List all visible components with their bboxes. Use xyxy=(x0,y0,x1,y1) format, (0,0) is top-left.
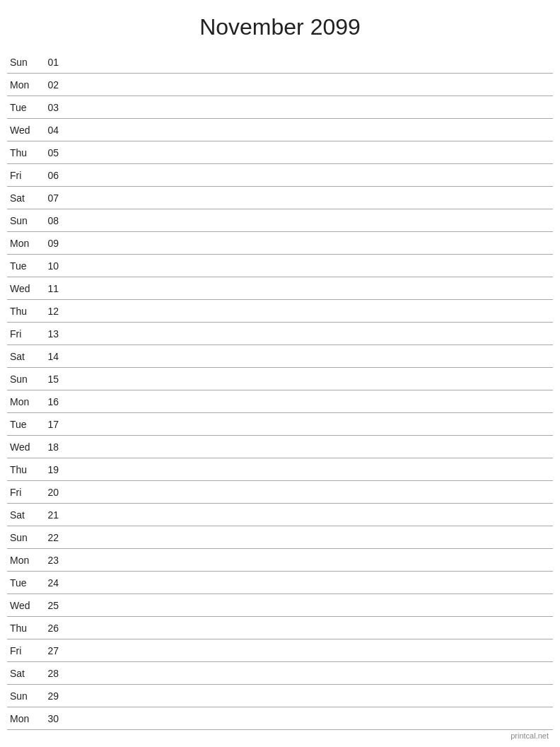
day-number: 06 xyxy=(39,170,59,181)
day-number: 03 xyxy=(39,102,59,113)
day-row: Sat28 xyxy=(7,662,553,685)
day-name: Thu xyxy=(7,464,39,475)
day-number: 04 xyxy=(39,124,59,136)
day-writing-line[interactable] xyxy=(59,84,553,85)
day-number: 16 xyxy=(39,396,59,407)
day-writing-line[interactable] xyxy=(59,243,553,243)
day-number: 14 xyxy=(39,351,59,362)
calendar-grid: Sun01Mon02Tue03Wed04Thu05Fri06Sat07Sun08… xyxy=(0,51,560,730)
day-writing-line[interactable] xyxy=(59,129,553,130)
day-name: Tue xyxy=(7,419,39,430)
day-writing-line[interactable] xyxy=(59,152,553,153)
day-writing-line[interactable] xyxy=(59,492,553,492)
day-row: Sun15 xyxy=(7,368,553,390)
day-number: 29 xyxy=(39,690,59,702)
day-name: Mon xyxy=(7,238,39,249)
day-name: Sun xyxy=(7,215,39,226)
day-row: Tue17 xyxy=(7,413,553,436)
day-writing-line[interactable] xyxy=(59,62,553,62)
day-number: 26 xyxy=(39,622,59,634)
day-name: Fri xyxy=(7,328,39,340)
day-name: Thu xyxy=(7,622,39,634)
day-row: Thu12 xyxy=(7,300,553,323)
day-row: Fri20 xyxy=(7,481,553,504)
day-row: Thu26 xyxy=(7,617,553,639)
day-name: Fri xyxy=(7,645,39,656)
day-name: Sun xyxy=(7,690,39,702)
day-row: Fri13 xyxy=(7,323,553,345)
day-row: Sun29 xyxy=(7,685,553,707)
page-title: November 2099 xyxy=(0,0,560,51)
day-row: Sat07 xyxy=(7,187,553,209)
day-writing-line[interactable] xyxy=(59,718,553,719)
day-row: Wed04 xyxy=(7,119,553,141)
day-writing-line[interactable] xyxy=(59,288,553,289)
day-row: Tue10 xyxy=(7,255,553,277)
day-name: Sun xyxy=(7,532,39,543)
day-writing-line[interactable] xyxy=(59,197,553,198)
day-row: Mon23 xyxy=(7,549,553,572)
day-number: 24 xyxy=(39,577,59,589)
day-writing-line[interactable] xyxy=(59,265,553,266)
day-row: Thu19 xyxy=(7,458,553,481)
day-name: Wed xyxy=(7,124,39,136)
day-number: 07 xyxy=(39,192,59,204)
day-number: 19 xyxy=(39,464,59,475)
day-name: Wed xyxy=(7,441,39,453)
day-name: Sat xyxy=(7,509,39,521)
day-writing-line[interactable] xyxy=(59,469,553,470)
day-writing-line[interactable] xyxy=(59,695,553,696)
day-writing-line[interactable] xyxy=(59,356,553,357)
day-name: Wed xyxy=(7,600,39,611)
day-writing-line[interactable] xyxy=(59,650,553,651)
day-name: Mon xyxy=(7,79,39,91)
day-writing-line[interactable] xyxy=(59,424,553,424)
day-row: Thu05 xyxy=(7,141,553,164)
day-row: Fri06 xyxy=(7,164,553,187)
day-name: Sun xyxy=(7,374,39,385)
day-number: 09 xyxy=(39,238,59,249)
day-writing-line[interactable] xyxy=(59,220,553,221)
day-row: Wed18 xyxy=(7,436,553,458)
day-row: Mon16 xyxy=(7,390,553,413)
day-writing-line[interactable] xyxy=(59,446,553,447)
day-writing-line[interactable] xyxy=(59,311,553,311)
day-writing-line[interactable] xyxy=(59,605,553,606)
day-number: 17 xyxy=(39,419,59,430)
day-number: 22 xyxy=(39,532,59,543)
day-number: 12 xyxy=(39,306,59,317)
day-writing-line[interactable] xyxy=(59,175,553,175)
day-writing-line[interactable] xyxy=(59,514,553,515)
day-row: Tue24 xyxy=(7,572,553,594)
day-writing-line[interactable] xyxy=(59,107,553,108)
day-name: Thu xyxy=(7,147,39,158)
day-number: 20 xyxy=(39,487,59,498)
day-name: Sat xyxy=(7,668,39,679)
day-row: Tue03 xyxy=(7,96,553,119)
day-name: Fri xyxy=(7,170,39,181)
day-number: 08 xyxy=(39,215,59,226)
day-writing-line[interactable] xyxy=(59,378,553,379)
day-name: Tue xyxy=(7,577,39,589)
day-row: Sun01 xyxy=(7,51,553,74)
day-number: 15 xyxy=(39,374,59,385)
day-writing-line[interactable] xyxy=(59,627,553,628)
day-number: 23 xyxy=(39,555,59,566)
day-writing-line[interactable] xyxy=(59,537,553,538)
day-name: Sat xyxy=(7,351,39,362)
day-writing-line[interactable] xyxy=(59,333,553,334)
day-name: Mon xyxy=(7,713,39,724)
day-writing-line[interactable] xyxy=(59,582,553,583)
day-name: Wed xyxy=(7,283,39,294)
day-name: Tue xyxy=(7,260,39,272)
day-name: Fri xyxy=(7,487,39,498)
footer-credit: printcal.net xyxy=(511,731,549,740)
day-number: 18 xyxy=(39,441,59,453)
day-number: 13 xyxy=(39,328,59,340)
day-writing-line[interactable] xyxy=(59,560,553,560)
day-name: Mon xyxy=(7,555,39,566)
day-writing-line[interactable] xyxy=(59,401,553,402)
day-name: Sun xyxy=(7,57,39,68)
day-writing-line[interactable] xyxy=(59,673,553,673)
day-row: Sat21 xyxy=(7,504,553,526)
